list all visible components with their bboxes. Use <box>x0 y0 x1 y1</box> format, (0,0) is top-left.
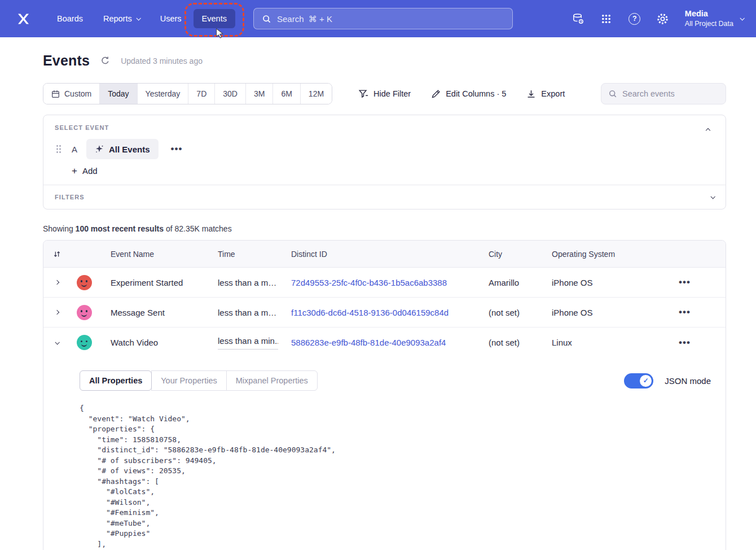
chevron-down-icon <box>710 194 715 199</box>
json-mode-toggle[interactable]: ✓ <box>624 373 653 389</box>
nav-reports[interactable]: Reports <box>95 9 148 28</box>
col-event-name[interactable]: Event Name <box>98 250 205 259</box>
filters-section-toggle[interactable]: FILTERS <box>43 185 726 209</box>
edit-columns-button[interactable]: Edit Columns · 5 <box>431 89 506 99</box>
results-summary: Showing 100 most recent results of 82.35… <box>43 224 726 233</box>
help-icon[interactable]: ? <box>627 11 642 26</box>
filters-label: FILTERS <box>55 194 85 200</box>
primary-nav: Boards Reports Users Events <box>49 9 235 28</box>
table-row-expanded: Watch Video less than a min... 5886283e-… <box>43 328 726 357</box>
project-selector[interactable]: Media All Project Data <box>685 8 744 28</box>
tab-your-properties[interactable]: Your Properties <box>151 370 226 391</box>
query-builder-card: SELECT EVENT A All Events ••• + Add <box>43 115 726 209</box>
select-event-label: SELECT EVENT <box>55 124 714 131</box>
top-navbar: Boards Reports Users Events ? <box>0 0 756 37</box>
nav-events[interactable]: Events <box>194 9 235 28</box>
apps-grid-icon[interactable] <box>599 11 614 26</box>
distinct-id-link[interactable]: 72d49553-25fc-4f0c-b436-1b5ac6ab3388 <box>291 278 447 287</box>
clause-more-button[interactable]: ••• <box>166 141 187 157</box>
page-title: Events <box>43 53 90 69</box>
results-count: 100 most recent results <box>76 224 164 233</box>
event-name-cell: Watch Video <box>98 338 205 347</box>
tab-all-properties[interactable]: All Properties <box>80 370 152 391</box>
chevron-down-icon <box>136 16 140 20</box>
refresh-icon[interactable] <box>100 56 110 66</box>
table-row: Experiment Started less than a min... 72… <box>43 268 726 298</box>
global-search-input[interactable] <box>277 14 504 24</box>
row-more-button[interactable]: ••• <box>674 335 695 351</box>
event-name-cell: Message Sent <box>98 308 205 317</box>
tab-mixpanel-properties[interactable]: Mixpanel Properties <box>226 370 318 391</box>
chevron-down-icon <box>740 16 744 20</box>
updated-timestamp: Updated 3 minutes ago <box>121 56 203 66</box>
add-event-button[interactable]: + Add <box>72 166 98 176</box>
date-custom-button[interactable]: Custom <box>43 84 100 104</box>
nav-users[interactable]: Users <box>152 9 190 28</box>
settings-gear-icon[interactable] <box>656 11 670 26</box>
search-icon <box>262 14 271 24</box>
user-avatar <box>77 275 92 290</box>
date-12m-button[interactable]: 12M <box>301 84 332 104</box>
download-icon <box>526 89 536 99</box>
search-events-field[interactable] <box>601 83 726 104</box>
date-yesterday-button[interactable]: Yesterday <box>138 84 189 104</box>
collapse-section-button[interactable] <box>702 124 714 137</box>
plus-icon: + <box>72 166 77 176</box>
collapse-row-button[interactable] <box>49 335 65 351</box>
data-management-icon[interactable] <box>571 11 586 26</box>
hide-filter-button[interactable]: Hide Filter <box>358 89 411 99</box>
search-events-input[interactable] <box>622 89 719 98</box>
json-viewer: { "event": "Watch Video", "properties": … <box>80 403 714 549</box>
date-6m-button[interactable]: 6M <box>273 84 300 104</box>
navbar-right: ? Media All Project Data <box>571 8 744 28</box>
project-name: Media <box>685 8 733 19</box>
col-distinct-id[interactable]: Distinct ID <box>278 250 476 259</box>
os-cell: iPhone OS <box>539 308 644 317</box>
properties-tabs: All Properties Your Properties Mixpanel … <box>80 370 318 391</box>
mixpanel-logo[interactable] <box>14 9 33 28</box>
date-range-group: Custom Today Yesterday 7D 30D 3M 6M 12M <box>43 83 332 104</box>
toggle-check-icon: ✓ <box>640 375 652 387</box>
cursor-icon <box>216 28 225 41</box>
expand-row-button[interactable] <box>49 304 65 320</box>
calendar-icon <box>51 90 60 98</box>
json-mode-label: JSON mode <box>665 376 711 386</box>
col-os[interactable]: Operating System <box>539 250 644 259</box>
export-button[interactable]: Export <box>526 89 565 99</box>
nav-boards[interactable]: Boards <box>49 9 91 28</box>
user-avatar <box>77 335 92 350</box>
page-header: Events Updated 3 minutes ago <box>43 53 726 69</box>
row-more-button[interactable]: ••• <box>674 304 695 320</box>
filter-funnel-icon <box>358 89 368 99</box>
project-scope: All Project Data <box>685 19 733 28</box>
col-city[interactable]: City <box>476 250 539 259</box>
sort-icon[interactable] <box>43 250 71 258</box>
event-sparkle-icon <box>95 145 104 154</box>
date-7d-button[interactable]: 7D <box>188 84 215 104</box>
event-selector-chip[interactable]: All Events <box>86 139 159 159</box>
pencil-icon <box>431 89 441 99</box>
col-time[interactable]: Time <box>205 250 278 259</box>
date-30d-button[interactable]: 30D <box>215 84 246 104</box>
event-name-cell: Experiment Started <box>98 278 205 287</box>
global-search[interactable] <box>253 8 513 29</box>
user-avatar <box>77 305 92 320</box>
distinct-id-link[interactable]: 5886283e-e9fb-48fb-81de-40e9093a2af4 <box>291 338 446 347</box>
distinct-id-link[interactable]: f11c30d6-dc6d-4518-9136-0d046159c84d <box>291 308 449 317</box>
date-3m-button[interactable]: 3M <box>246 84 273 104</box>
date-today-button[interactable]: Today <box>100 84 137 104</box>
os-cell: iPhone OS <box>539 278 644 287</box>
city-cell: Amarillo <box>476 278 539 287</box>
expand-row-button[interactable] <box>49 274 65 290</box>
drag-handle-icon[interactable] <box>55 143 63 155</box>
event-clause-row: A All Events ••• <box>55 139 714 159</box>
row-more-button[interactable]: ••• <box>674 274 695 290</box>
search-icon <box>608 89 617 98</box>
table-row: Message Sent less than a min... f11c30d6… <box>43 298 726 328</box>
city-cell: (not set) <box>476 338 539 347</box>
city-cell: (not set) <box>476 308 539 317</box>
time-cell: less than a min... <box>218 336 278 350</box>
clause-letter: A <box>71 145 78 154</box>
table-header-row: Event Name Time Distinct ID City Operati… <box>43 241 726 268</box>
events-table: Event Name Time Distinct ID City Operati… <box>43 240 726 550</box>
